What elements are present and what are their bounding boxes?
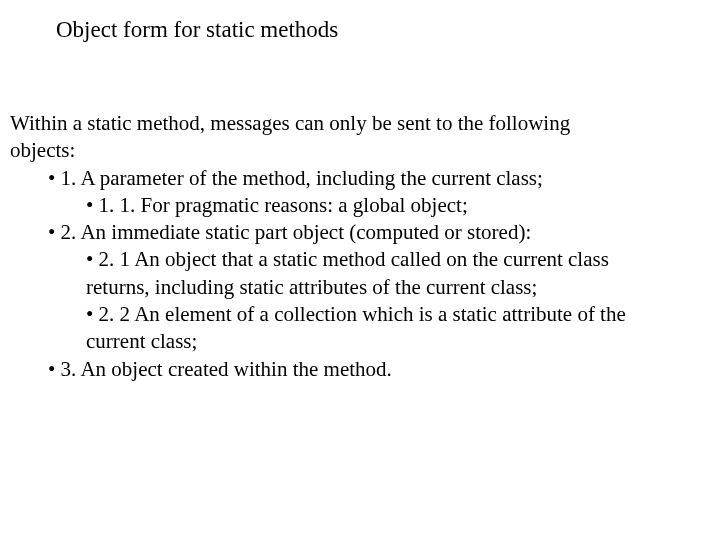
slide: Object form for static methods Within a … [0,0,720,540]
list-item-2-2-line1: • 2. 2 An element of a collection which … [86,301,690,328]
intro-text-line1: Within a static method, messages can onl… [10,110,690,137]
list-item-1-1: • 1. 1. For pragmatic reasons: a global … [86,192,690,219]
list-item-2: • 2. An immediate static part object (co… [48,219,690,246]
list-item-2-1-line2: returns, including static attributes of … [86,274,690,301]
list-item-1: • 1. A parameter of the method, includin… [48,165,690,192]
slide-body: Within a static method, messages can onl… [10,110,690,383]
list-item-2-1-line1: • 2. 1 An object that a static method ca… [86,246,690,273]
list-item-3: • 3. An object created within the method… [48,356,690,383]
intro-text-line2: objects: [10,137,690,164]
slide-title: Object form for static methods [56,16,338,44]
list-item-2-2-line2: current class; [86,328,690,355]
